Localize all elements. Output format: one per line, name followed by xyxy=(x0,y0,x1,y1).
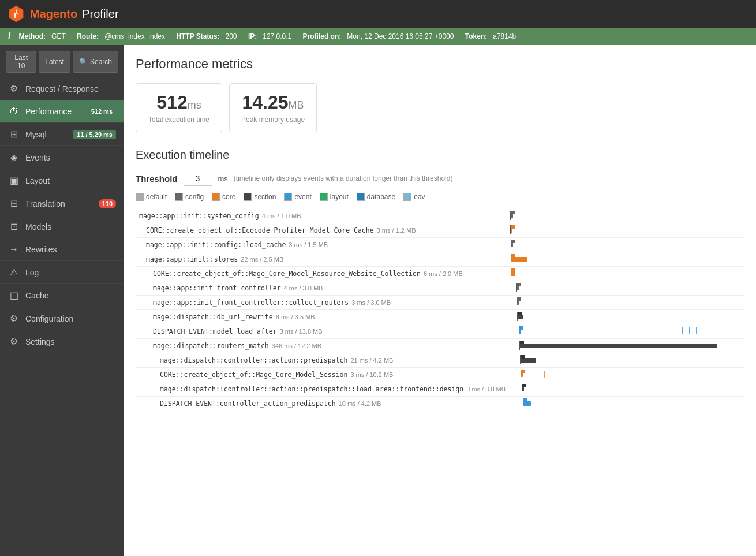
sidebar-item-log[interactable]: ⚠ Log xyxy=(0,261,124,284)
threshold-input[interactable] xyxy=(184,171,212,186)
threshold-label: Threshold xyxy=(136,174,178,184)
timeline-bar-wrapper xyxy=(510,240,743,250)
table-row: DISPATCH EVENT:model_load_after3 ms / 13… xyxy=(136,324,744,339)
timeline-event-name-cell: DISPATCH EVENT:controller_action_predisp… xyxy=(136,397,509,411)
sidebar-item-configuration[interactable]: ⚙ Configuration xyxy=(0,307,124,330)
event-meta: 4 ms / 1.0 MB xyxy=(262,212,301,219)
sidebar-item-rewrites[interactable]: → Rewrites xyxy=(0,238,124,261)
event-meta: 22 ms / 2.5 MB xyxy=(241,256,283,263)
timeline-event-name-cell: mage::dispatch::routers_match346 ms / 12… xyxy=(136,339,509,353)
timeline-bar-wrapper xyxy=(510,297,743,308)
timeline-bar-wrapper xyxy=(510,326,743,337)
table-row: DISPATCH EVENT:controller_action_predisp… xyxy=(136,397,744,411)
sidebar-item-layout[interactable]: ▣ Layout xyxy=(0,169,124,192)
metric-time-label: Total execution time xyxy=(148,115,210,124)
tick-mark xyxy=(520,327,521,334)
tick-mark xyxy=(549,371,550,378)
translation-icon: ⊟ xyxy=(8,198,20,209)
table-row: CORE::create_object_of::Mage_Core_Model_… xyxy=(136,368,744,382)
sidebar-item-performance[interactable]: ⏱ Performance 512 ms xyxy=(0,100,124,123)
search-button[interactable]: 🔍 Search xyxy=(73,51,118,73)
timeline-bar-wrapper xyxy=(510,225,743,236)
metric-time-value: 512ms xyxy=(148,92,210,113)
sidebar: Last 10 Latest 🔍 Search ⚙ Request / Resp… xyxy=(0,45,124,556)
timeline-bar-wrapper xyxy=(510,370,743,380)
timeline-bar xyxy=(519,344,717,348)
legend-config: config xyxy=(175,193,204,201)
ip-value: 127.0.0.1 xyxy=(263,32,291,40)
timeline-flag xyxy=(519,341,525,350)
timeline-flag xyxy=(510,225,515,234)
settings-icon: ⚙ xyxy=(8,336,20,347)
sidebar-item-translation[interactable]: ⊟ Translation 110 xyxy=(0,192,124,215)
threshold-row: Threshold ms (timeline only displays eve… xyxy=(136,171,744,186)
timeline-bar-cell xyxy=(509,368,744,382)
route-value: @cms_index_index xyxy=(104,32,165,40)
latest-button[interactable]: Latest xyxy=(39,51,70,73)
timeline-flag xyxy=(510,211,515,220)
profiled-label: Profiled on: xyxy=(303,32,342,40)
timeline-event-name-cell: mage::app::init_front_controller4 ms / 3… xyxy=(136,281,509,296)
sidebar-item-label: Performance xyxy=(25,107,82,116)
event-name: CORE::create_object_of::Ecocode_Profiler… xyxy=(146,226,374,234)
tick-mark xyxy=(544,371,545,378)
table-row: CORE::create_object_of::Mage_Core_Model_… xyxy=(136,267,744,281)
timeline-event-name-cell: CORE::create_object_of::Mage_Core_Model_… xyxy=(136,267,509,281)
search-icon: 🔍 xyxy=(79,58,88,66)
sidebar-item-cache[interactable]: ◫ Cache xyxy=(0,284,124,307)
table-row: mage::app::init_front_controller4 ms / 3… xyxy=(136,281,744,296)
tick-mark xyxy=(601,327,602,334)
threshold-unit: ms xyxy=(218,174,228,183)
sidebar-item-events[interactable]: ◈ Events xyxy=(0,146,124,169)
performance-badge: 512 ms xyxy=(88,107,116,116)
timeline-flag xyxy=(520,355,525,364)
table-row: mage::app::init::config::load_cache3 ms … xyxy=(136,238,744,252)
sidebar-item-settings[interactable]: ⚙ Settings xyxy=(0,330,124,353)
layout-icon: ▣ xyxy=(8,175,20,186)
timeline-container: mage::app::init::system_config4 ms / 1.0… xyxy=(136,209,744,411)
page-title: Performance metrics xyxy=(136,57,744,72)
request-response-icon: ⚙ xyxy=(8,83,20,94)
timeline-event-name-cell: CORE::create_object_of::Mage_Core_Model_… xyxy=(136,368,509,382)
sidebar-item-label: Request / Response xyxy=(25,84,116,94)
event-name: mage::app::init_front_controller xyxy=(153,284,281,292)
models-icon: ⊡ xyxy=(8,221,20,232)
metric-memory-card: 14.25MB Peak memory usage xyxy=(229,83,317,132)
event-name: DISPATCH EVENT:model_load_after xyxy=(153,327,277,335)
tick-mark xyxy=(689,327,690,334)
sidebar-item-label: Log xyxy=(25,268,116,277)
timeline-flag xyxy=(523,398,528,408)
event-name: mage::app::init_front_controller::collec… xyxy=(153,298,349,307)
timeline-flag xyxy=(511,268,516,278)
sidebar-item-models[interactable]: ⊡ Models xyxy=(0,215,124,238)
sidebar-item-label: Configuration xyxy=(25,314,116,323)
translation-badge: 110 xyxy=(99,199,116,208)
timeline-event-name-cell: mage::app::init_front_controller::collec… xyxy=(136,296,509,310)
timeline-bar-cell xyxy=(509,281,744,296)
configuration-icon: ⚙ xyxy=(8,313,20,324)
timeline-event-name-cell: mage::app::init::stores22 ms / 2.5 MB xyxy=(136,252,509,267)
timeline-event-name-cell: CORE::create_object_of::Ecocode_Profiler… xyxy=(136,223,509,238)
logo-magento-text: Magento xyxy=(30,8,77,21)
timeline-bar-wrapper xyxy=(510,341,743,351)
timeline-bar-wrapper xyxy=(510,283,743,293)
event-name: mage::dispatch::routers_match xyxy=(153,342,269,350)
timeline-bar-cell xyxy=(509,223,744,238)
sidebar-item-request-response[interactable]: ⚙ Request / Response xyxy=(0,77,124,100)
event-name: CORE::create_object_of::Mage_Core_Model_… xyxy=(153,270,421,278)
legend-default: default xyxy=(136,193,167,201)
sidebar-item-label: Settings xyxy=(25,337,116,346)
sidebar-item-mysql[interactable]: ⊞ Mysql 11 / 5.29 ms xyxy=(0,123,124,146)
timeline-flag xyxy=(517,312,522,321)
http-value: 200 xyxy=(226,32,237,40)
metric-memory-label: Peak memory usage xyxy=(241,115,305,124)
last10-button[interactable]: Last 10 xyxy=(6,51,36,73)
timeline-bar-cell xyxy=(509,397,744,411)
event-meta: 4 ms / 3.0 MB xyxy=(284,285,323,292)
timeline-table: mage::app::init::system_config4 ms / 1.0… xyxy=(136,209,744,411)
sidebar-item-label: Events xyxy=(25,153,116,162)
event-meta: 8 ms / 3.5 MB xyxy=(276,314,315,320)
rewrites-icon: → xyxy=(8,244,20,255)
timeline-flag xyxy=(511,254,516,263)
sidebar-item-label: Models xyxy=(25,222,116,232)
